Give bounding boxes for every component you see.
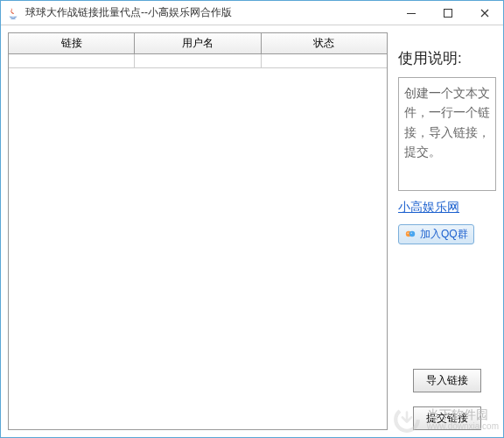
table-panel: 链接 用户名 状态 [8,32,388,430]
titlebar: 球球大作战链接批量代点--小高娱乐网合作版 [1,1,503,25]
cell-link[interactable] [9,54,135,68]
sidebar: 使用说明: 创建一个文本文件，一行一个链接，导入链接，提交。 小高娱乐网 加入Q… [398,32,496,430]
close-button[interactable] [466,1,503,25]
java-app-icon [6,6,20,20]
instructions-text: 创建一个文本文件，一行一个链接，导入链接，提交。 [398,77,496,191]
table-header: 链接 用户名 状态 [9,33,387,54]
svg-point-4 [408,232,409,233]
svg-point-5 [411,232,412,233]
svg-rect-0 [407,13,416,14]
submit-links-button[interactable]: 提交链接 [413,406,481,430]
app-window: 球球大作战链接批量代点--小高娱乐网合作版 链接 用户名 状态 [0,0,504,438]
instructions-heading: 使用说明: [398,48,496,68]
qq-button-label: 加入QQ群 [420,227,468,242]
partner-link[interactable]: 小高娱乐网 [398,200,496,215]
column-status[interactable]: 状态 [262,33,387,53]
svg-point-3 [410,230,415,236]
svg-rect-1 [444,9,452,17]
qq-group-icon [404,229,416,241]
import-links-button[interactable]: 导入链接 [413,369,481,392]
cell-username[interactable] [135,54,261,68]
minimize-button[interactable] [393,1,430,25]
window-title: 球球大作战链接批量代点--小高娱乐网合作版 [25,5,232,20]
data-table[interactable]: 链接 用户名 状态 [8,32,388,430]
table-body [9,54,387,429]
column-username[interactable]: 用户名 [135,33,261,53]
maximize-button[interactable] [430,1,466,25]
column-link[interactable]: 链接 [9,33,135,53]
content-area: 链接 用户名 状态 使用说明: 创建一个文本文件，一行一个链接，导入链接，提交。… [1,25,503,437]
join-qq-button[interactable]: 加入QQ群 [398,224,474,244]
table-row[interactable] [9,54,387,68]
cell-status[interactable] [262,54,387,68]
